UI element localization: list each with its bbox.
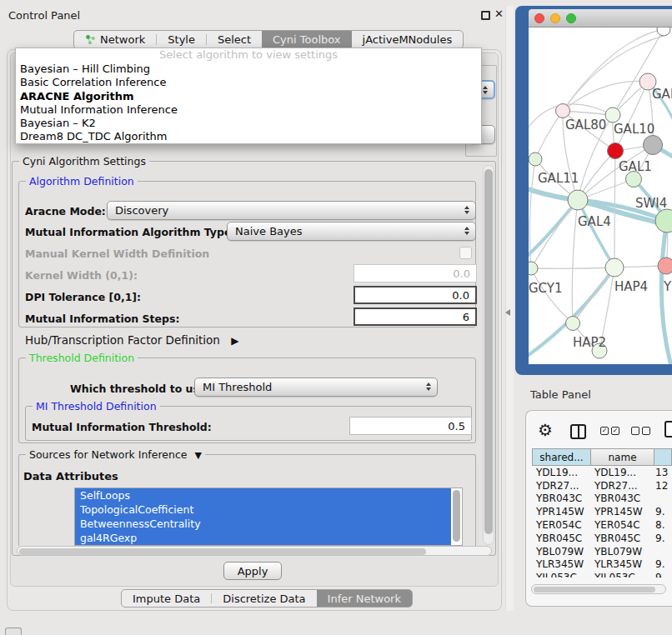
attribute-item-selected[interactable]: SelfLoops [75, 488, 451, 502]
kernel-width-field[interactable]: 0.0 [354, 264, 477, 282]
table-row[interactable]: YLR345WYLR345W9. [532, 558, 672, 572]
algorithm-option[interactable]: Basic Correlation Inference [16, 76, 481, 89]
node [556, 104, 570, 118]
table-row[interactable]: YBL079WYBL079W [532, 545, 672, 558]
settings-vertical-scrollbar[interactable] [483, 165, 494, 545]
panel-divider[interactable] [505, 6, 514, 611]
which-threshold-select[interactable]: MI Threshold [194, 378, 438, 397]
node-salmon [658, 258, 672, 274]
aracne-mode-select[interactable]: Discovery [107, 201, 476, 220]
manual-kernel-width-checkbox[interactable] [459, 247, 472, 259]
node [655, 209, 672, 232]
tab-style[interactable]: Style [157, 31, 206, 48]
table-settings-gear-icon[interactable]: ⚙ [538, 420, 553, 440]
table-row[interactable]: YDR27...YDR27...12 [532, 479, 672, 492]
table-doc-icon-partial[interactable] [664, 421, 672, 438]
dpi-tolerance-label: DPI Tolerance [0,1]: [25, 291, 141, 303]
node-gcy1 [529, 262, 538, 275]
node-label: Y [663, 279, 672, 294]
combo-arrows-icon [464, 206, 469, 214]
settings-horizontal-scrollbar[interactable] [17, 546, 492, 556]
node-label: GAL [652, 87, 672, 102]
algorithm-popup-placeholder: Select algorithm to view settings [16, 48, 481, 62]
deselect-all-checkboxes-icon[interactable] [631, 427, 653, 439]
list-scrollbar-thumb[interactable] [453, 490, 460, 542]
table-row[interactable]: YPR145WYPR145W9. [532, 505, 672, 518]
algorithm-definition-title: Algorithm Definition [26, 175, 138, 188]
float-panel-button[interactable] [481, 11, 490, 20]
table-panel-title: Table Panel [530, 388, 591, 401]
scrollbar-thumb[interactable] [484, 169, 493, 534]
expand-right-icon[interactable]: ▶ [231, 335, 238, 347]
node-gray [644, 136, 663, 155]
node-label: GAL11 [538, 171, 579, 186]
table-horizontal-scrollbar[interactable] [531, 584, 666, 594]
algorithm-option-selected[interactable]: ARACNE Algorithm [16, 90, 481, 103]
algorithm-option[interactable]: Mutual Information Inference [16, 103, 481, 117]
table-row[interactable]: YBR045CYBR045C9. [532, 532, 672, 545]
network-graph: GAL GAL80 GAL10 GAL1 GAL11 SWI4 GAL4 GCY… [529, 28, 672, 364]
window-zoom-light[interactable] [566, 13, 576, 23]
collapse-down-icon[interactable]: ▼ [194, 450, 201, 461]
attribute-item-selected[interactable]: TopologicalCoefficient [75, 502, 451, 517]
apply-button[interactable]: Apply [223, 562, 282, 580]
table-row[interactable]: YDL19...YDL19...13 [532, 466, 672, 479]
data-attributes-list[interactable]: SelfLoops TopologicalCoefficient Between… [74, 488, 463, 546]
table-row[interactable]: YBR043CYBR043C [532, 492, 672, 506]
splitter-collapse-icon[interactable] [505, 309, 510, 316]
tab-network-label: Network [100, 33, 145, 46]
algorithm-option[interactable]: Bayesian – K2 [16, 117, 481, 130]
node-label: HAP4 [614, 279, 648, 294]
scrollbar-thumb[interactable] [19, 548, 426, 555]
cyni-settings-group-title: Cyni Algorithm Settings [19, 155, 149, 168]
split-columns-icon[interactable] [570, 424, 586, 439]
mi-threshold-label: Mutual Information Threshold: [32, 421, 212, 433]
table-row[interactable]: YIL053CYIL053C9 [532, 571, 672, 578]
hub-definition-toggle[interactable]: Hub/Transcription Factor Definition ▶ [25, 333, 238, 347]
kernel-width-label: Kernel Width (0,1): [25, 269, 138, 282]
mi-steps-field[interactable]: 6 [354, 308, 477, 326]
mi-threshold-definition-title: MI Threshold Definition [33, 400, 160, 412]
node-table[interactable]: YDL19...YDL19...13 YDR27...YDR27...12 YB… [532, 466, 672, 578]
tab-network[interactable]: Network [74, 31, 156, 48]
table-row[interactable]: YER054CYER054C8. [532, 518, 672, 532]
tab-jactivemnodules[interactable]: jActiveMNodules [352, 31, 464, 48]
sources-group-title[interactable]: Sources for Network Inference ▼ [26, 448, 205, 461]
column-header-name[interactable]: name [590, 448, 654, 466]
node-label: SWI4 [635, 196, 667, 211]
combo-arrows-icon [426, 382, 431, 391]
mi-algorithm-type-select[interactable]: Naive Bayes [227, 222, 476, 241]
tab-select[interactable]: Select [207, 31, 262, 48]
algorithm-option[interactable]: Bayesian – Hill Climbing [16, 62, 481, 76]
window-minimize-light[interactable] [550, 13, 560, 23]
tab-discretize-data[interactable]: Discretize Data [212, 590, 316, 607]
scrollbar-thumb[interactable] [534, 587, 655, 592]
aracne-mode-label: Aracne Mode: [25, 205, 106, 218]
node-gal4 [568, 190, 588, 210]
node-label: GAL4 [578, 214, 611, 229]
dpi-tolerance-field[interactable]: 0.0 [354, 286, 477, 304]
tab-impute-data[interactable]: Impute Data [122, 590, 211, 607]
select-all-checkboxes-icon[interactable]: ✓✓ [600, 427, 622, 439]
window-close-light[interactable] [534, 13, 544, 23]
node [657, 28, 670, 36]
node-label: HAP2 [573, 335, 606, 350]
mi-steps-label: Mutual Information Steps: [25, 312, 179, 325]
mi-algorithm-type-label: Mutual Information Algorithm Type: [25, 226, 235, 238]
tab-cyni-toolbox[interactable]: Cyni Toolbox [262, 31, 352, 48]
attribute-item-selected[interactable]: gal4RGexp [75, 531, 451, 545]
node-label: GAL1 [619, 159, 652, 174]
mi-threshold-field[interactable]: 0.5 [349, 417, 472, 435]
algorithm-option[interactable]: Dream8 DC_TDC Algorithm [16, 130, 481, 143]
tab-infer-network[interactable]: Infer Network [317, 590, 412, 607]
data-attributes-label: Data Attributes [23, 470, 118, 482]
node-label: GAL80 [565, 118, 606, 132]
close-panel-icon[interactable]: ✕ [494, 8, 504, 20]
column-header-shared-name[interactable]: shared... [532, 448, 591, 466]
node [529, 152, 542, 166]
column-header-partial[interactable] [654, 448, 672, 466]
attribute-item-selected[interactable]: BetweennessCentrality [75, 517, 451, 531]
minimized-panel-button[interactable] [5, 628, 22, 635]
node-hap4 [605, 258, 624, 277]
network-canvas[interactable]: GAL GAL80 GAL10 GAL1 GAL11 SWI4 GAL4 GCY… [529, 28, 672, 364]
